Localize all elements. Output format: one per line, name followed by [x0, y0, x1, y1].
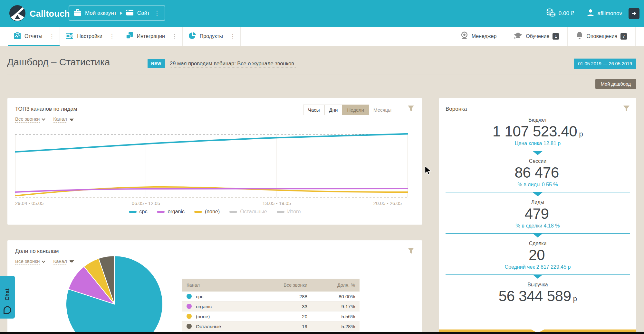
screen-bottom-edge	[0, 332, 644, 334]
step-label: Сделки	[439, 241, 636, 246]
account-name: Мой аккаунт	[85, 10, 117, 16]
manager-button[interactable]: Менеджер	[452, 27, 505, 46]
manager-headset-icon	[460, 32, 468, 41]
filter-funnel-icon[interactable]	[408, 247, 414, 255]
tab-integrations[interactable]: Интеграции ⋮	[120, 27, 183, 46]
step-value: 1 107 523.40	[493, 123, 577, 140]
x-axis-label: 29.04 - 05.05	[15, 200, 43, 206]
logout-button[interactable]: ➜	[629, 8, 639, 19]
line-chart-plot[interactable]	[15, 133, 408, 199]
legend-none[interactable]: (none)	[194, 209, 220, 215]
account-switcher[interactable]: Мой аккаунт Сайт ⋮	[69, 5, 165, 21]
tab-label: Настройки	[77, 33, 102, 39]
logout-arrow-icon: ➜	[632, 10, 636, 17]
share-value: 5.56%	[312, 311, 360, 321]
col-header-channel: Канал	[182, 283, 265, 288]
card-title: ТОП3 каналов по лидам	[15, 106, 77, 112]
tab-settings[interactable]: Настройки ⋮	[60, 27, 120, 46]
chat-widget[interactable]: Chat	[0, 276, 15, 319]
calls-value: 20	[265, 311, 312, 321]
step-link[interactable]: Средний чек 2 817 229.45 р	[439, 264, 636, 270]
table-row[interactable]: organic 33 9.17%	[182, 302, 360, 311]
step-link[interactable]: % в лиды 0.55 %	[439, 182, 636, 188]
channel-name: Остальные	[196, 324, 221, 329]
new-badge: NEW	[148, 59, 165, 68]
calls-type-dropdown[interactable]: Все звонки	[15, 258, 45, 265]
legend-cpc[interactable]: cpc	[129, 209, 148, 215]
x-axis-label: 06.05 - 12.05	[132, 200, 160, 206]
filter-funnel-icon[interactable]	[623, 105, 630, 113]
webinar-link[interactable]: 29 мая проводим вебинар: Все о журнале з…	[170, 60, 296, 68]
tab-menu-dots-icon[interactable]: ⋮	[172, 33, 177, 39]
step-value: 86 476	[514, 164, 559, 181]
calltouch-logo[interactable]: Calltouch	[9, 5, 70, 23]
funnel-arrow-divider	[446, 192, 630, 197]
tab-hours[interactable]: Часы	[303, 105, 325, 115]
channel-color-dot	[187, 304, 192, 309]
x-axis-label: 20.05 - 26.05	[373, 200, 402, 206]
step-link[interactable]: % в сделки 4.18 %	[439, 223, 636, 229]
tab-weeks[interactable]: Недели	[342, 105, 369, 115]
legend-swatch	[194, 211, 202, 213]
site-icon	[126, 9, 134, 17]
reports-icon	[14, 32, 21, 41]
table-row[interactable]: (none) 20 5.56%	[182, 311, 360, 321]
coins-icon	[546, 8, 556, 18]
tab-reports[interactable]: Отчеты ⋮	[8, 27, 60, 46]
legend-label: organic	[168, 209, 184, 215]
header-right: 0.00 ₽ afilimonov ➜	[546, 0, 639, 27]
tab-label: Интеграции	[137, 33, 165, 39]
legend-label: cpc	[139, 209, 148, 215]
balance-widget[interactable]: 0.00 ₽	[546, 8, 574, 18]
legend-label: Остальные	[240, 209, 267, 215]
filter-funnel-icon[interactable]	[408, 105, 414, 113]
title-divider	[7, 75, 636, 75]
legend-total[interactable]: Итого	[277, 209, 301, 215]
step-label: Сессии	[439, 158, 636, 164]
chat-label: Chat	[5, 288, 10, 301]
calltouch-dashboard: Calltouch Мой аккаунт Сайт ⋮	[0, 0, 644, 334]
tab-menu-dots-icon[interactable]: ⋮	[230, 33, 235, 39]
card-title: Воронка	[446, 106, 467, 112]
col-header-share: Доля, %	[312, 279, 360, 292]
alerts-badge: 7	[620, 33, 627, 40]
tab-days[interactable]: Дни	[324, 105, 343, 115]
tab-months[interactable]: Месяцы	[369, 105, 396, 115]
alerts-button[interactable]: Оповещения 7	[567, 27, 636, 46]
channel-shares-card: Доли по каналам Все звонки Канал	[7, 240, 422, 334]
integrations-icon	[126, 32, 133, 41]
account-menu-dots-icon[interactable]: ⋮	[154, 10, 160, 16]
mouse-cursor	[425, 166, 432, 176]
card-title: Доли по каналам	[15, 248, 59, 255]
funnel-arrow-divider	[446, 233, 630, 238]
tab-label: Продукты	[200, 33, 223, 39]
breadcrumb-arrow-icon	[120, 12, 122, 15]
shares-table: Канал Все звонки Доля, % cpc 288 80.00% …	[182, 279, 360, 331]
tab-products[interactable]: Продукты ⋮	[183, 27, 241, 46]
step-label: Бюджет	[439, 117, 636, 123]
pie-chart[interactable]	[63, 253, 166, 334]
date-range-button[interactable]: 01.05.2019 — 26.05.2019	[574, 59, 636, 69]
graduation-cap-icon	[514, 32, 523, 41]
user-widget[interactable]: afilimonov	[586, 8, 622, 18]
channel-dropdown[interactable]: Канал	[53, 116, 73, 123]
legend-organic[interactable]: organic	[157, 209, 184, 215]
my-dashboard-button[interactable]: Мой дашборд	[595, 79, 636, 89]
calls-type-dropdown[interactable]: Все звонки	[15, 116, 45, 123]
table-row[interactable]: Остальные 19 5.28%	[182, 321, 360, 331]
calls-value: 33	[265, 302, 312, 311]
channel-color-dot	[187, 294, 192, 299]
table-row[interactable]: cpc 288 80.00%	[182, 292, 360, 302]
share-value: 5.28%	[312, 321, 360, 331]
tab-menu-dots-icon[interactable]: ⋮	[109, 33, 115, 39]
step-link[interactable]: Цена клика 12.81 р	[439, 141, 636, 146]
chat-bubble-icon	[3, 306, 12, 315]
calls-value: 19	[265, 321, 312, 331]
step-unit: р	[579, 130, 583, 138]
channel-color-dot	[187, 324, 192, 329]
education-button[interactable]: Обучение 1	[505, 27, 567, 46]
channel-name: organic	[196, 304, 212, 309]
legend-label: Итого	[287, 209, 301, 215]
legend-others[interactable]: Остальные	[229, 209, 267, 215]
tab-menu-dots-icon[interactable]: ⋮	[49, 33, 54, 39]
